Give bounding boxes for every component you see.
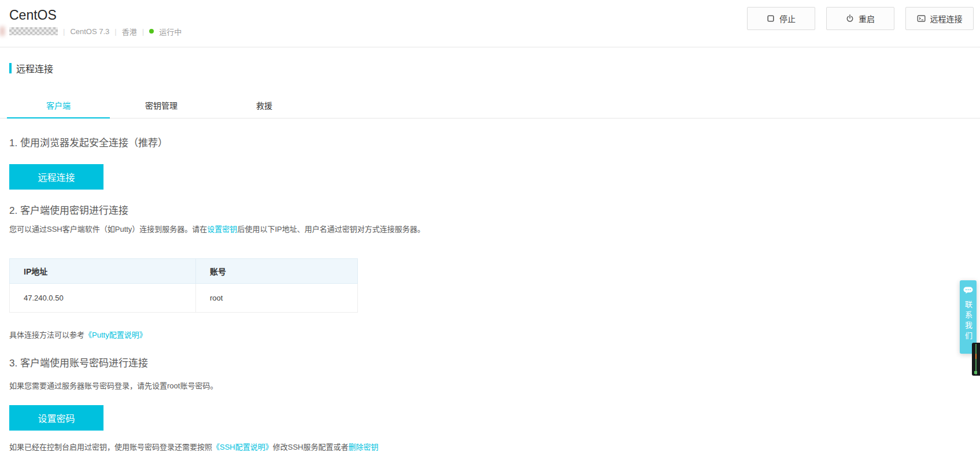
step2-heading: 2. 客户端使用密钥进行连接: [9, 202, 128, 217]
step2-desc-before: 您可以通过SSH客户端软件（如Putty）连接到服务器。请在: [9, 225, 207, 233]
meta-separator: |: [114, 27, 116, 36]
contact-us-label: 联系我们: [963, 301, 974, 342]
meta-separator: |: [63, 27, 65, 36]
page-title: CentOS: [9, 8, 57, 23]
step3-note: 如果已经在控制台启用过密钥，使用账号密码登录还需要按照《SSH配置说明》修改SS…: [9, 442, 379, 452]
power-icon: [846, 14, 854, 23]
scroll-indicator-orange-marker: [975, 354, 977, 359]
remote-connect-button-label: 远程连接: [930, 13, 963, 24]
step3-description: 如果您需要通过服务器账号密码登录，请先设置root账号密码。: [9, 381, 217, 391]
scroll-indicator-widget[interactable]: [972, 343, 980, 376]
header-divider: [0, 47, 980, 47]
tab-bar: 客户端 密钥管理 救援: [0, 96, 980, 118]
scroll-indicator-track: [975, 344, 977, 375]
status-dot-icon: [149, 29, 154, 34]
set-password-button[interactable]: 设置密码: [9, 405, 103, 431]
remote-connection-page: CentOS | CentOS 7.3 | 香港 | 运行中 停止 重启 远程连…: [0, 0, 980, 456]
instance-meta: | CentOS 7.3 | 香港 | 运行中: [9, 27, 182, 36]
stop-button[interactable]: 停止: [747, 7, 815, 30]
section-title: 远程连接: [9, 61, 53, 75]
remote-connect-button[interactable]: 远程连接: [905, 7, 974, 30]
account-cell: root: [196, 284, 358, 313]
instance-os: CentOS 7.3: [70, 27, 109, 36]
column-header-account: 账号: [196, 259, 358, 284]
step1-heading: 1. 使用浏览器发起安全连接（推荐）: [9, 135, 168, 149]
step2-desc-after: 后使用以下IP地址、用户名通过密钥对方式连接服务器。: [237, 225, 424, 233]
stop-icon: [767, 14, 775, 23]
restart-button-label: 重启: [859, 13, 875, 24]
ssh-guide-link[interactable]: 《SSH配置说明》: [212, 443, 273, 451]
step3-heading: 3. 客户端使用账号密码进行连接: [9, 355, 148, 369]
table-row: 47.240.0.50 root: [10, 284, 358, 313]
step2-description: 您可以通过SSH客户端软件（如Putty）连接到服务器。请在设置密钥后使用以下I…: [9, 224, 425, 234]
remote-terminal-icon: [917, 14, 926, 23]
redaction-smudge: [0, 27, 5, 36]
header-actions: 停止 重启 远程连接: [747, 7, 974, 30]
browser-remote-connect-button[interactable]: 远程连接: [9, 164, 103, 190]
set-key-link[interactable]: 设置密钥: [207, 225, 237, 233]
tab-client[interactable]: 客户端: [7, 96, 110, 118]
meta-separator: |: [142, 27, 144, 36]
putty-guide-link[interactable]: 《Putty配置说明》: [84, 331, 147, 339]
instance-status: 运行中: [159, 26, 182, 37]
step2-note: 具体连接方法可以参考《Putty配置说明》: [9, 330, 147, 340]
tab-rescue[interactable]: 救援: [213, 96, 316, 118]
tab-key-management[interactable]: 密钥管理: [110, 96, 213, 118]
stop-button-label: 停止: [779, 13, 796, 24]
restart-button[interactable]: 重启: [826, 7, 894, 30]
instance-region: 香港: [122, 26, 137, 37]
redacted-instance-name: [9, 27, 58, 35]
scroll-indicator-green-marker: [974, 371, 977, 374]
chat-bubble-icon: [963, 286, 973, 296]
accent-bar: [9, 63, 12, 73]
step2-note-before: 具体连接方法可以参考: [9, 331, 84, 339]
step3-note-before: 如果已经在控制台启用过密钥，使用账号密码登录还需要按照: [9, 443, 212, 451]
delete-key-link[interactable]: 删除密钥: [348, 443, 378, 451]
section-title-text: 远程连接: [16, 61, 53, 75]
table-header-row: IP地址 账号: [10, 259, 358, 284]
column-header-ip: IP地址: [10, 259, 196, 284]
connection-info-table: IP地址 账号 47.240.0.50 root: [9, 258, 358, 313]
ip-address-cell: 47.240.0.50: [10, 284, 196, 313]
step3-note-middle: 修改SSH服务配置或者: [273, 443, 349, 451]
